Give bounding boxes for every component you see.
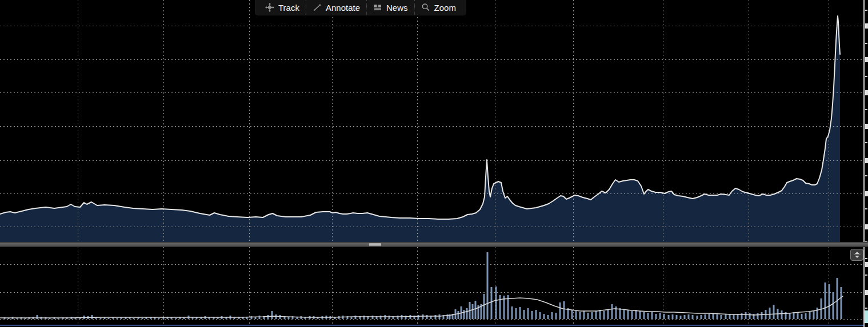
- bottom-border-line: [0, 325, 863, 326]
- track-crosshair-icon: [265, 3, 274, 12]
- current-value-label: [865, 310, 868, 323]
- panel-divider[interactable]: [0, 242, 868, 247]
- track-button[interactable]: Track: [259, 0, 306, 15]
- zoom-button[interactable]: Zoom: [414, 0, 462, 15]
- up-arrow-icon: [855, 252, 859, 254]
- volume-bars-series: [4, 252, 842, 319]
- resize-separator: [854, 255, 861, 255]
- news-button[interactable]: News: [366, 0, 414, 15]
- chart-window: Track Annotate News: [0, 0, 868, 327]
- down-arrow-icon: [855, 256, 859, 258]
- price-axis[interactable]: [864, 0, 868, 327]
- chart-toolbar: Track Annotate News: [255, 0, 466, 15]
- zoom-magnifier-icon: [421, 3, 430, 12]
- annotate-pencil-icon: [313, 3, 322, 12]
- gridlines: [0, 0, 863, 324]
- annotate-button-label: Annotate: [326, 3, 360, 13]
- news-button-label: News: [386, 3, 408, 13]
- news-list-icon: [373, 3, 382, 12]
- panel-divider-handle[interactable]: [369, 243, 381, 247]
- annotate-button[interactable]: Annotate: [306, 0, 366, 15]
- price-area-series: [0, 16, 840, 242]
- track-button-label: Track: [278, 3, 299, 13]
- zoom-button-label: Zoom: [434, 3, 456, 13]
- chart-canvas[interactable]: [0, 0, 868, 327]
- panel-resize-button[interactable]: [850, 249, 863, 261]
- price-line-series: [0, 16, 840, 219]
